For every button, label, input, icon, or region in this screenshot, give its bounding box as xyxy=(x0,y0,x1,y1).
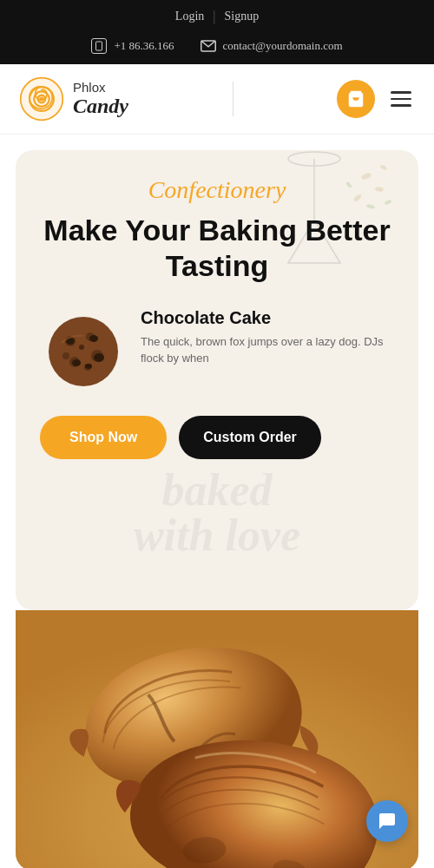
svg-point-4 xyxy=(39,96,43,101)
svg-point-9 xyxy=(380,164,388,170)
auth-divider: | xyxy=(213,9,215,24)
phone-contact: +1 86.36.166 xyxy=(91,38,174,54)
chat-icon xyxy=(377,811,398,832)
logo-text: Phlox Candy xyxy=(73,81,128,118)
header: Phlox Candy xyxy=(0,64,434,135)
product-info: Chocolate Cake The quick, brown fox jump… xyxy=(141,308,394,367)
phone-icon xyxy=(91,38,107,54)
hamburger-line xyxy=(391,98,411,101)
shop-now-button[interactable]: Shop Now xyxy=(40,416,167,459)
phone-number: +1 86.36.166 xyxy=(114,39,174,53)
svg-point-14 xyxy=(49,317,118,386)
email-contact: contact@yourdomain.com xyxy=(201,38,343,54)
svg-point-26 xyxy=(85,364,92,369)
logo-area: Phlox Candy xyxy=(19,76,128,122)
product-image xyxy=(40,308,127,395)
hero-section: Confectionery Make Your Baking Better Ta… xyxy=(16,150,418,610)
login-link[interactable]: Login xyxy=(175,10,204,23)
email-icon xyxy=(201,38,216,54)
auth-links: Login | Signup xyxy=(175,9,259,24)
svg-point-10 xyxy=(366,204,376,209)
svg-point-25 xyxy=(72,359,81,366)
watermark: baked with love xyxy=(16,468,418,558)
croissant-image xyxy=(16,610,418,868)
logo-candy: Candy xyxy=(73,95,128,117)
hamburger-line xyxy=(391,91,411,94)
contact-bar: +1 86.36.166 contact@yourdomain.com xyxy=(0,33,434,64)
watermark-line2: with love xyxy=(16,513,418,558)
svg-point-20 xyxy=(62,352,69,359)
custom-order-button[interactable]: Custom Order xyxy=(179,416,321,459)
product-name: Chocolate Cake xyxy=(141,308,394,328)
croissant-section xyxy=(16,610,418,868)
cart-icon xyxy=(346,89,365,108)
header-right xyxy=(337,80,415,118)
email-address: contact@yourdomain.com xyxy=(223,39,343,53)
hero-buttons: Shop Now Custom Order xyxy=(40,416,394,459)
watermark-line1: baked xyxy=(16,468,418,513)
logo-spiral-icon xyxy=(19,76,64,122)
header-divider xyxy=(233,82,233,116)
menu-button[interactable] xyxy=(387,88,415,110)
top-bar: Login | Signup xyxy=(0,0,434,33)
chat-button[interactable] xyxy=(366,800,408,842)
svg-rect-0 xyxy=(96,42,102,50)
logo-phlox: Phlox xyxy=(73,81,128,95)
hero-category: Confectionery xyxy=(40,176,394,204)
signup-link[interactable]: Signup xyxy=(224,10,259,23)
hero-title: Make Your Baking Better Tasting xyxy=(40,213,394,284)
svg-point-23 xyxy=(89,335,98,342)
svg-point-21 xyxy=(79,345,84,350)
product-description: The quick, brown fox jumps over a lazy d… xyxy=(141,333,394,367)
cart-button[interactable] xyxy=(337,80,375,118)
svg-point-24 xyxy=(94,353,104,362)
hamburger-line xyxy=(391,104,411,107)
product-card: Chocolate Cake The quick, brown fox jump… xyxy=(40,308,394,395)
